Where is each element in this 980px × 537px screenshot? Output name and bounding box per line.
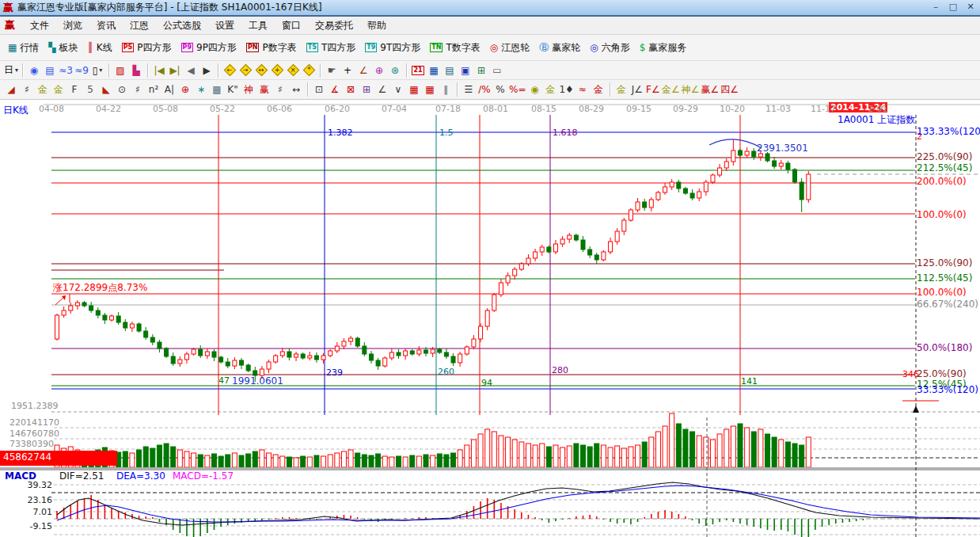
close-button[interactable]: ✕ — [964, 2, 977, 13]
ying-icon[interactable]: 赢 — [256, 82, 272, 97]
wave-red-icon[interactable]: ≈ — [575, 82, 591, 97]
sectors-button[interactable]: ▚板块 — [44, 39, 82, 57]
info-list-icon[interactable]: ▤ — [42, 63, 58, 78]
minimize-button[interactable]: － — [929, 2, 942, 13]
gann-cross-icon[interactable]: + — [269, 63, 285, 78]
pct-slash-icon[interactable]: ∕% — [477, 82, 492, 97]
si-angle-icon[interactable]: 四∠ — [720, 82, 739, 97]
n2-icon[interactable]: n² — [146, 82, 161, 97]
maximize-button[interactable]: □ — [947, 2, 959, 13]
knife2-icon[interactable]: ◣ — [98, 82, 114, 97]
rays-icon[interactable]: ∡ — [327, 82, 343, 97]
star-icon[interactable]: ∗ — [193, 82, 209, 97]
f-grid-icon[interactable]: F — [66, 82, 82, 97]
red-grid2-icon[interactable]: ▦ — [422, 82, 438, 97]
calculator-icon[interactable]: ▦ — [426, 63, 442, 78]
gann-left-icon[interactable]: ← — [222, 63, 237, 78]
measure-icon[interactable]: ∠ — [355, 63, 371, 78]
9p-square-button[interactable]: P99P四方形 — [177, 39, 241, 57]
vol-mark-icon[interactable]: 1♦ — [558, 82, 574, 97]
grid-b-icon[interactable]: ♯ — [130, 82, 146, 97]
p-square-button[interactable]: PSP四方形 — [117, 39, 177, 57]
menu-7[interactable]: 窗口 — [275, 17, 308, 34]
gann-grid-icon[interactable]: ⊕ — [371, 63, 387, 78]
smart-icon[interactable]: ⊛ — [387, 63, 403, 78]
rays-box2-icon[interactable]: ⊞ — [359, 82, 374, 97]
crosshair-icon[interactable]: + — [340, 63, 355, 78]
draw-knife-icon[interactable]: ◢ — [3, 82, 19, 97]
pct-icon[interactable]: % — [492, 82, 508, 97]
parallel-icon[interactable]: ∥ — [438, 82, 454, 97]
menu-1[interactable]: 浏览 — [56, 17, 89, 34]
menu-5[interactable]: 设置 — [208, 17, 241, 34]
calendar-icon[interactable]: 21 — [410, 63, 426, 78]
ruler-icon[interactable]: ☰ — [461, 82, 477, 97]
si-angle-icon: 四∠ — [720, 83, 739, 97]
menu-3[interactable]: 江恩 — [123, 17, 156, 34]
compare-icon[interactable]: ▨ — [112, 63, 128, 78]
grid-a-icon[interactable]: ♯ — [19, 82, 35, 97]
prev-bar-icon[interactable]: ◀ — [183, 63, 199, 78]
gann-star-icon[interactable]: * — [301, 63, 317, 78]
menu-0[interactable]: 文件 — [23, 17, 56, 34]
gold-angle-icon[interactable]: 金∠ — [661, 82, 681, 97]
kline-button[interactable]: ║K线 — [83, 39, 117, 57]
fence-icon[interactable]: ♯ — [272, 82, 288, 97]
winner-wheel-button[interactable]: Ⓑ赢家轮 — [534, 39, 585, 57]
j-angle-icon[interactable]: J∠ — [629, 82, 645, 97]
gann-lr-icon[interactable]: ↔ — [253, 63, 269, 78]
gold-grid2-icon[interactable]: 金 — [51, 82, 66, 97]
market-quotes-button[interactable]: ▦行情 — [3, 39, 44, 57]
menu-9[interactable]: 帮助 — [360, 17, 393, 34]
menu-8[interactable]: 交易委托 — [308, 17, 360, 34]
net-icon[interactable]: ⊞ — [473, 63, 489, 78]
grid-star-icon[interactable]: ▩ — [209, 82, 225, 97]
t-number-button[interactable]: TNT数字表 — [425, 39, 485, 57]
save-icon[interactable]: ▣ — [458, 63, 473, 78]
gold-line-icon[interactable]: 金 — [542, 82, 558, 97]
candle-style-dropdown[interactable]: ▯▾ — [89, 63, 105, 78]
gold-red-icon[interactable]: 金 — [591, 82, 606, 97]
box-select-icon[interactable]: ⊡ — [311, 82, 327, 97]
price-dist-icon[interactable]: ▙ — [128, 63, 144, 78]
menu-2[interactable]: 资讯 — [89, 17, 123, 34]
zigzag-icon[interactable]: ∨ — [390, 82, 406, 97]
p-number-button[interactable]: PNP数字表 — [241, 39, 302, 57]
span-arrow-icon[interactable]: ↔ — [288, 82, 304, 97]
circle-cross-icon[interactable]: ⊕ — [177, 82, 193, 97]
k-mark-icon[interactable]: K" — [225, 82, 241, 97]
a-split-icon[interactable]: A| — [161, 82, 177, 97]
pct-line-icon[interactable]: %= — [508, 82, 526, 97]
period-day-dropdown[interactable]: 日▾ — [3, 63, 19, 78]
gold-circle-icon[interactable]: ◉ — [526, 82, 542, 97]
hexagon-button[interactable]: ◎六角形 — [585, 39, 634, 57]
shen-icon[interactable]: 神 — [241, 82, 256, 97]
last-bar-icon[interactable]: ▶| — [167, 63, 183, 78]
gold-grid1-icon[interactable]: 金 — [35, 82, 51, 97]
menu-4[interactable]: 公式选股 — [156, 17, 208, 34]
first-bar-icon[interactable]: |◀ — [151, 63, 167, 78]
gann-x-icon[interactable]: × — [285, 63, 301, 78]
9t-square-button[interactable]: T99T四方形 — [360, 39, 425, 57]
hand-tool-icon[interactable]: ☛ — [324, 63, 340, 78]
red-grid-icon[interactable]: ▦ — [406, 82, 422, 97]
rays-box-icon[interactable]: ⊠ — [343, 82, 359, 97]
f-angle-icon[interactable]: F∠ — [645, 82, 661, 97]
menu-6[interactable]: 工具 — [241, 17, 275, 34]
wave9-icon[interactable]: ≈9 — [74, 63, 89, 78]
winner-service-button[interactable]: $赢家服务 — [635, 39, 692, 57]
remote-icon[interactable]: ▭ — [489, 63, 505, 78]
gann-right-icon[interactable]: → — [237, 63, 253, 78]
trend-lines-icon[interactable]: ∠ — [374, 82, 390, 97]
ying-angle-icon[interactable]: 赢∠ — [700, 82, 720, 97]
shen-angle-icon[interactable]: 神∠ — [681, 82, 701, 97]
t-square-button[interactable]: TST四方形 — [302, 39, 361, 57]
five-grid-icon[interactable]: 5 — [82, 82, 98, 97]
overlay-icon[interactable]: ◉ — [26, 63, 42, 78]
clock-icon[interactable]: ⊙ — [114, 82, 130, 97]
gold-angle0-icon[interactable]: 金 — [613, 82, 629, 97]
wave3-icon[interactable]: ≈3 — [58, 63, 74, 78]
next-bar-icon[interactable]: ▶ — [199, 63, 215, 78]
notes-icon[interactable]: ▤ — [442, 63, 458, 78]
gann-wheel-button[interactable]: ◎江恩轮 — [485, 39, 534, 57]
